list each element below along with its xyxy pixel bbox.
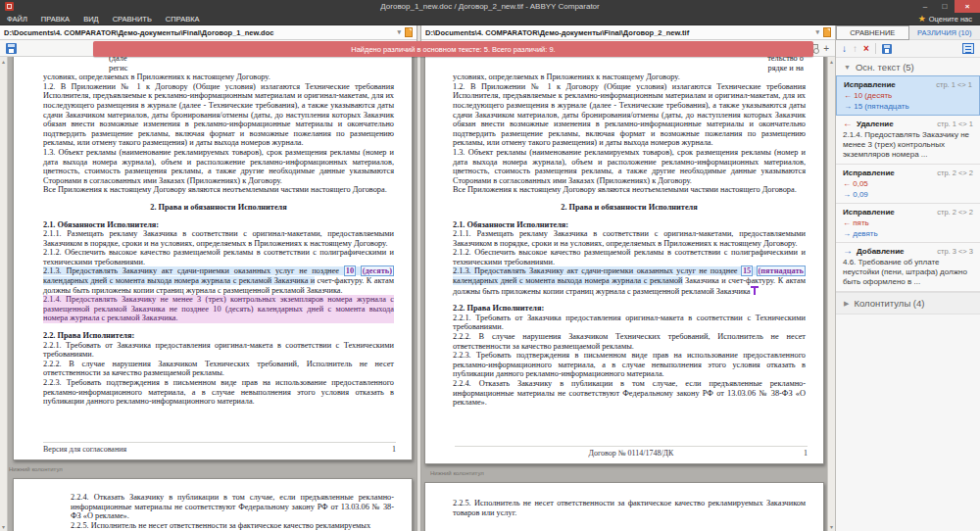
- chevron-down-icon[interactable]: ▾: [397, 28, 401, 36]
- close-button[interactable]: ×: [955, 0, 980, 13]
- doc-paragraph: 2.2.2. В случае нарушения Заказчиком Тех…: [43, 360, 394, 378]
- scroll-down-icon[interactable]: ▾: [0, 523, 7, 530]
- diff-item-header: Исправлениестр. 2 <> 2: [843, 169, 973, 177]
- diff-item[interactable]: Исправлениестр. 1 <> 1← 10 (десять→ 15 (…: [836, 75, 980, 116]
- next-difference-icon[interactable]: ↓: [842, 43, 847, 54]
- diff-added-text: → 15 (пятнадцать: [844, 100, 972, 111]
- menu-compare[interactable]: СРАВНИТЬ: [106, 13, 159, 24]
- doc-paragraph: Все Приложения к настоящему Договору явл…: [453, 185, 806, 195]
- doc-paragraph: [453, 296, 806, 304]
- doc-text: условиях, определяемых в Приложениях к н…: [43, 72, 270, 81]
- page-number: 1: [220, 445, 396, 455]
- previous-difference-icon[interactable]: ↑: [853, 43, 858, 54]
- section-title: Осн. текст (5): [856, 62, 914, 72]
- diff-body-text: 4.6. Требование об уплате неустойки (пен…: [843, 256, 973, 287]
- delete-difference-icon[interactable]: ×: [863, 43, 869, 54]
- diff-type-label: Исправление: [844, 80, 896, 89]
- save-report-icon[interactable]: [882, 44, 892, 54]
- right-page-2: 2.2.5. Исполнитель не несет ответственно…: [424, 482, 824, 531]
- doc-text: 2.1.1. Размещать рекламу Заказчика в соо…: [453, 229, 806, 248]
- doc-text: тельство о: [767, 57, 804, 63]
- tab-comparison[interactable]: СРАВНЕНИЕ: [836, 25, 909, 40]
- diff-item[interactable]: ←Удалениестр. 1 <> 12.1.4. Предоставлять…: [836, 116, 980, 165]
- menu-edit[interactable]: ПРАВКА: [34, 13, 76, 24]
- diff-item-header: ←Удалениестр. 1 <> 1: [843, 120, 973, 128]
- diff-item[interactable]: Исправлениестр. 2 <> 2← пять→ девять: [836, 204, 980, 243]
- minimize-button[interactable]: –: [915, 0, 935, 13]
- doc-paragraph: тельство о: [453, 57, 806, 64]
- diff-added-text: → 0,09: [843, 188, 973, 199]
- doc-paragraph: [453, 195, 806, 203]
- diff-item-header: Исправлениестр. 1 <> 1: [844, 80, 972, 89]
- doc-text: 2. Права и обязанности Исполнителя: [150, 203, 287, 212]
- scroll-up-icon[interactable]: ▴: [0, 58, 7, 65]
- document-type-icon: [405, 27, 413, 37]
- doc-paragraph: 2.1. Обязанности Исполнителя:: [453, 220, 806, 230]
- diff-pages-label: стр. 2 <> 2: [937, 169, 973, 177]
- diff-pages-label: стр. 3 <> 3: [937, 247, 973, 256]
- save-icon[interactable]: [6, 43, 17, 54]
- report-view-icon[interactable]: [962, 43, 974, 54]
- diff-added-text: → девять: [843, 227, 973, 238]
- diff-pages-label: стр. 1 <> 1: [936, 80, 972, 89]
- menu-bar: ФАЙЛ ПРАВКА ВИД СРАВНИТЬ СПРАВКА ★ Оцени…: [0, 13, 980, 25]
- tab-differences[interactable]: РАЗЛИЧИЯ (10): [909, 25, 980, 40]
- section-main-text[interactable]: ▼ Осн. текст (5): [836, 58, 980, 75]
- chevron-down-icon[interactable]: ▾: [815, 28, 819, 36]
- right-document-path[interactable]: D:\Documents\4. COMPARATOR\Демо-документ…: [425, 28, 811, 37]
- diff-removed-text: ← 10 (десять: [844, 89, 972, 100]
- doc-text: 1.2. В Приложении № 1 к Договору (Общие …: [453, 82, 806, 148]
- zoom-in-icon[interactable]: +: [823, 43, 829, 54]
- doc-text: 2.2.2. В случае нарушения Заказчиком Тех…: [43, 360, 394, 378]
- footer-section-label: Нижний колонтитул: [430, 470, 484, 476]
- diff-removed-text: ← пять: [843, 217, 973, 227]
- doc-paragraph: 2.2.3. Требовать подтверждения в письмен…: [453, 351, 806, 379]
- doc-text: 2. Права и обязанности Исполнителя: [561, 203, 698, 212]
- doc-paragraph: условиях, определяемых в Приложениях к н…: [453, 72, 806, 82]
- diff-item[interactable]: →Добавлениестр. 3 <> 34.6. Требование об…: [836, 243, 980, 292]
- doc-paragraph: 2.1.4. Предоставлять Заказчику не менее …: [43, 295, 394, 323]
- doc-text: 2.1. Обязанности Исполнителя:: [43, 220, 159, 229]
- differences-list: ▼ Осн. текст (5) Исправлениестр. 1 <> 1←…: [836, 58, 980, 531]
- menu-view[interactable]: ВИД: [76, 13, 105, 24]
- left-document-panel: D:\Documents\4. COMPARATOR\Демо-документ…: [0, 25, 416, 531]
- triangle-closed-icon: ▶: [844, 300, 849, 308]
- doc-paragraph: [43, 213, 394, 220]
- left-document-path[interactable]: D:\Documents\4. COMPARATOR\Демо-документ…: [4, 28, 393, 37]
- diff-item-header: →Добавлениестр. 3 <> 3: [843, 247, 973, 256]
- maximize-button[interactable]: □: [935, 0, 955, 13]
- diff-removed-text: ← 0,05: [843, 177, 973, 188]
- doc-changed-text: (пятнадцать: [757, 266, 806, 276]
- menu-help[interactable]: СПРАВКА: [159, 13, 207, 24]
- diff-item[interactable]: Исправлениестр. 2 <> 2← 0,05→ 0,09: [836, 165, 980, 204]
- scroll-down-icon[interactable]: ▾: [828, 523, 835, 530]
- left-scrollbar[interactable]: ▴ ▾: [0, 57, 8, 531]
- right-path-bar: D:\Documents\4. COMPARATOR\Демо-документ…: [421, 25, 835, 40]
- doc-paragraph: 2.2.3. Требовать подтверждения в письмен…: [43, 378, 394, 407]
- doc-changed-text: 2.1.3. Предоставлять Заказчику акт сдачи…: [43, 266, 344, 275]
- doc-paragraph: 2.2.2. В случае нарушения Заказчиком Тех…: [453, 332, 806, 351]
- doc-text: 1.2. В Приложении № 1 к Договору (Общие …: [43, 82, 394, 148]
- section-headers-footers[interactable]: ▶ Колонтитулы (4): [836, 292, 980, 314]
- doc-text: 2.2.5. Исполнитель не несет ответственно…: [453, 499, 806, 517]
- doc-text: 1.3. Объект рекламы (наименование реклам…: [43, 148, 394, 185]
- rate-us-label: Оцените нас: [929, 15, 972, 24]
- doc-text: 2.2.3. Требовать подтверждения в письмен…: [43, 378, 394, 406]
- triangle-open-icon: ▼: [844, 64, 851, 71]
- title-bar: Договор_1_new.doc / Договор_2_new.tif - …: [0, 0, 980, 13]
- doc-text: 2.2.5. Исполнитель не несет ответственно…: [71, 521, 370, 530]
- doc-text: 2.2.1. Требовать от Заказчика предоставл…: [43, 341, 394, 360]
- diff-type-label: Исправление: [843, 208, 895, 217]
- right-page-footer: Договор № 0114/1748/ДК 1: [455, 446, 808, 459]
- addition-arrow-icon: →: [843, 247, 853, 255]
- document-type-icon: [823, 27, 831, 37]
- doc-paragraph: 2.2.5. Исполнитель не несет ответственно…: [453, 499, 806, 517]
- doc-paragraph: 2.2.1. Требовать от Заказчика предоставл…: [453, 314, 806, 332]
- doc-text: 2.1.1. Размещать рекламу Заказчика в соо…: [43, 229, 394, 248]
- doc-text: 2.2. Права Исполнителя:: [43, 331, 134, 340]
- menu-file[interactable]: ФАЙЛ: [0, 13, 34, 24]
- right-scrollbar[interactable]: ▴ ▾: [827, 57, 835, 531]
- scroll-up-icon[interactable]: ▴: [828, 58, 835, 65]
- doc-paragraph: Все Приложения к настоящему Договору явл…: [43, 185, 394, 195]
- rate-us-link[interactable]: ★ Оцените нас: [918, 14, 980, 24]
